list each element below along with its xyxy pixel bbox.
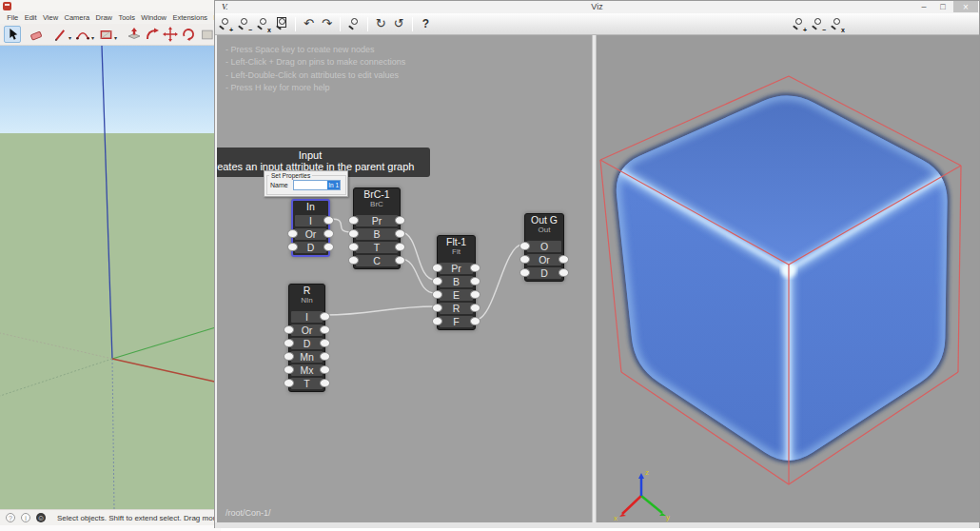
output-pin[interactable] bbox=[323, 216, 334, 225]
input-pin[interactable] bbox=[284, 325, 294, 334]
help-circle-icon[interactable]: ? bbox=[6, 513, 15, 522]
node-attribute-d[interactable]: D bbox=[527, 267, 561, 280]
output-pin[interactable] bbox=[320, 325, 330, 334]
refresh-up-icon[interactable]: ↻ bbox=[372, 15, 390, 32]
output-pin[interactable] bbox=[470, 277, 480, 285]
node-attribute-t[interactable]: T bbox=[356, 242, 398, 254]
undo-icon[interactable]: ↶ bbox=[300, 15, 318, 32]
output-pin[interactable] bbox=[559, 255, 569, 264]
node-attribute-mx[interactable]: Mx bbox=[291, 364, 323, 377]
input-pin[interactable] bbox=[519, 242, 530, 250]
output-pin[interactable] bbox=[323, 229, 334, 238]
node-r[interactable]: RNInIOrDMnMxT bbox=[288, 284, 325, 392]
select-tool-button[interactable] bbox=[4, 26, 21, 43]
menu-tools[interactable]: Tools bbox=[115, 13, 138, 22]
node-attribute-or[interactable]: Or bbox=[295, 228, 326, 241]
input-pin[interactable] bbox=[284, 339, 294, 347]
node-attribute-d[interactable]: D bbox=[295, 242, 326, 254]
menu-view[interactable]: View bbox=[40, 13, 62, 22]
node-editor-pane[interactable]: - Press Space key to create new nodes- L… bbox=[217, 35, 592, 522]
input-pin[interactable] bbox=[432, 290, 442, 299]
viewport-3d-pane[interactable]: z x y bbox=[597, 35, 979, 526]
output-pin[interactable] bbox=[320, 312, 330, 321]
output-pin[interactable] bbox=[559, 268, 569, 277]
node-attribute-pr[interactable]: Pr bbox=[440, 263, 473, 275]
node-attribute-d[interactable]: D bbox=[291, 338, 323, 350]
menu-extensions[interactable]: Extensions bbox=[169, 13, 210, 22]
output-pin[interactable] bbox=[323, 243, 334, 251]
input-pin[interactable] bbox=[432, 317, 442, 325]
minimize-button[interactable]: – bbox=[915, 1, 932, 12]
pushpull-tool-button[interactable] bbox=[126, 26, 143, 43]
node-brc1[interactable]: BrC-1BrCPrBTC bbox=[353, 187, 401, 269]
output-pin[interactable] bbox=[395, 243, 405, 251]
output-pin[interactable] bbox=[395, 256, 405, 265]
help-button[interactable]: ? bbox=[417, 17, 435, 30]
node-attribute-b[interactable]: B bbox=[440, 276, 473, 288]
input-pin[interactable] bbox=[287, 243, 298, 251]
redo-icon[interactable]: ↷ bbox=[318, 15, 336, 32]
viz-titlebar[interactable]: V. Viz – □ × bbox=[215, 1, 979, 13]
node-attribute-mn[interactable]: Mn bbox=[291, 351, 323, 364]
node-attribute-f[interactable]: F bbox=[440, 316, 473, 328]
clipped-tool-button[interactable] bbox=[198, 26, 215, 43]
output-pin[interactable] bbox=[320, 379, 330, 387]
view-zoom-in-icon[interactable]: + bbox=[791, 16, 806, 32]
arc-tool-button[interactable] bbox=[74, 26, 91, 43]
node-attribute-e[interactable]: E bbox=[440, 289, 473, 302]
rectangle-tool-button[interactable] bbox=[97, 26, 114, 43]
line-tool-button[interactable] bbox=[51, 26, 69, 43]
zoom-fit-icon[interactable] bbox=[274, 16, 289, 32]
menu-draw[interactable]: Draw bbox=[92, 13, 115, 22]
followme-tool-button[interactable] bbox=[144, 26, 161, 43]
output-pin[interactable] bbox=[470, 290, 480, 299]
input-pin[interactable] bbox=[348, 256, 359, 265]
sketchup-viewport[interactable] bbox=[0, 46, 221, 509]
menu-file[interactable]: File bbox=[4, 13, 21, 22]
node-attribute-i[interactable]: I bbox=[291, 311, 323, 324]
line-tool-dropdown[interactable]: ▾ bbox=[69, 34, 71, 41]
arc-tool-dropdown[interactable]: ▾ bbox=[91, 34, 94, 41]
input-pin[interactable] bbox=[432, 277, 442, 285]
node-attribute-pr[interactable]: Pr bbox=[356, 215, 398, 227]
node-outg[interactable]: Out GOutOOrD bbox=[524, 213, 564, 282]
node-attribute-or[interactable]: Or bbox=[291, 324, 323, 337]
input-pin[interactable] bbox=[348, 229, 359, 238]
node-in[interactable]: InIOrD bbox=[291, 199, 330, 257]
view-zoom-reset-icon[interactable]: x bbox=[829, 16, 844, 32]
view-zoom-out-icon[interactable]: − bbox=[810, 16, 825, 32]
node-attribute-or[interactable]: Or bbox=[527, 254, 561, 266]
set-properties-dialog[interactable]: Set Properties Name In 1 bbox=[264, 170, 348, 197]
output-pin[interactable] bbox=[470, 264, 480, 272]
node-attribute-b[interactable]: B bbox=[356, 228, 398, 241]
output-pin[interactable] bbox=[470, 317, 480, 325]
node-flt1[interactable]: Flt-1FltPrBERF bbox=[437, 235, 476, 330]
output-pin[interactable] bbox=[320, 365, 330, 374]
node-attribute-r[interactable]: R bbox=[440, 303, 473, 315]
maximize-button[interactable]: □ bbox=[934, 1, 951, 12]
input-pin[interactable] bbox=[287, 229, 298, 238]
zoom-in-icon[interactable]: + bbox=[217, 16, 232, 32]
menu-window[interactable]: Window bbox=[138, 13, 169, 22]
rectangle-tool-dropdown[interactable]: ▾ bbox=[114, 34, 117, 41]
input-pin[interactable] bbox=[284, 365, 294, 374]
node-attribute-i[interactable]: I bbox=[295, 215, 326, 227]
input-pin[interactable] bbox=[284, 379, 294, 387]
output-pin[interactable] bbox=[320, 352, 330, 361]
person-circle-icon[interactable]: ☺ bbox=[36, 513, 46, 522]
zoom-region-icon[interactable] bbox=[346, 16, 362, 32]
close-button[interactable]: × bbox=[953, 1, 978, 12]
input-pin[interactable] bbox=[432, 304, 442, 312]
refresh-down-icon[interactable]: ↺ bbox=[390, 15, 408, 32]
node-attribute-o[interactable]: O bbox=[527, 241, 561, 253]
zoom-reset-icon[interactable]: x bbox=[255, 16, 270, 32]
info-circle-icon[interactable]: i bbox=[21, 513, 30, 522]
name-input[interactable]: In 1 bbox=[293, 180, 341, 190]
input-pin[interactable] bbox=[432, 264, 442, 272]
rotate-tool-button[interactable] bbox=[180, 26, 197, 43]
zoom-out-icon[interactable]: − bbox=[236, 16, 251, 32]
output-pin[interactable] bbox=[470, 304, 480, 312]
eraser-tool-button[interactable] bbox=[28, 26, 45, 43]
menu-edit[interactable]: Edit bbox=[21, 13, 39, 22]
output-pin[interactable] bbox=[320, 339, 330, 347]
